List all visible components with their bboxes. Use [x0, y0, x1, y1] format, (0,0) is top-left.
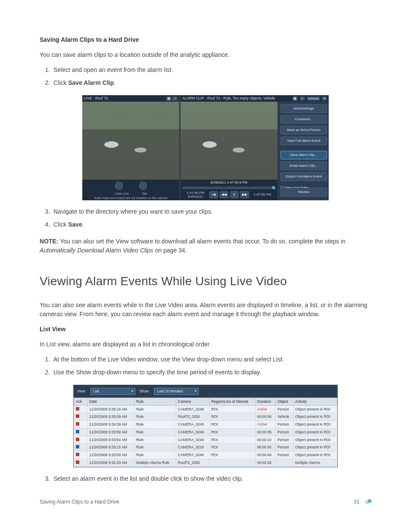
date-cell: 11/20/2008 9:34:39 AM	[87, 421, 134, 429]
listen-icon[interactable]	[115, 181, 123, 190]
heading-viewing-alarm-events: Viewing Alarm Events While Using Live Vi…	[40, 272, 371, 290]
activity-cell: Multiple Alarms	[293, 459, 337, 467]
roi-cell: ROI	[209, 451, 255, 459]
col-camera[interactable]: Camera	[176, 398, 210, 405]
view-full-event-button[interactable]: View Full Alarm Event	[280, 137, 327, 145]
step-2-3: Select an alarm event in the list and do…	[52, 474, 371, 483]
heading-saving-clips: Saving Alarm Clips to a Hard Drive	[40, 35, 371, 44]
duration-cell: Active	[255, 421, 275, 429]
live-pane-header: LIVE - Roof 72 ▦⤢	[82, 95, 179, 102]
save-alarm-clip-button[interactable]: Save Alarm Clip...	[280, 151, 327, 159]
audio-disabled-note: Audio Input and Output are not enabled o…	[82, 196, 179, 201]
activity-cell: Object present in ROI	[293, 421, 337, 429]
col-duration[interactable]: Duration	[255, 398, 275, 405]
listen-label: Listen Live	[115, 192, 129, 195]
intro-paragraph-3: In List view, alarms are displayed as a …	[40, 340, 371, 349]
table-row[interactable]: 11/20/2008 9:34:39 AMRuleCAMERA_0248ROIA…	[74, 421, 337, 429]
view-dropdown[interactable]: List	[90, 388, 135, 395]
live-pane-title: LIVE - Roof 72	[84, 96, 108, 101]
rule-cell: Rule	[134, 444, 176, 451]
table-row[interactable]: 11/20/2008 9:32:43 AMMultiple Alarms Rul…	[74, 459, 337, 467]
step-2-1: At the bottom of the Live Video window, …	[52, 355, 371, 364]
col-ack[interactable]: Ack	[74, 398, 87, 405]
date-cell: 11/20/2008 9:33:00 AM	[87, 451, 134, 459]
intro-paragraph-1: You can save alarm clips to a location o…	[40, 50, 371, 59]
activity-cell: Object present in ROI	[293, 405, 337, 413]
activity-cell: Object present in ROI	[293, 436, 337, 444]
ack-indicator-icon	[76, 445, 79, 448]
col-roi[interactable]: Region/Line of Interest	[209, 398, 255, 405]
clip-pane-window-buttons: ▦ ⤢ Unlock ✕	[292, 96, 327, 101]
activity-cell: Object present in ROI	[293, 413, 337, 421]
fast-forward-button[interactable]: ▶▶	[240, 191, 249, 198]
date-cell: 11/20/2008 9:35:19 AM	[87, 405, 134, 413]
intro-paragraph-2: You can also see alarm events while in t…	[40, 301, 371, 319]
camera-cell: CAMERA_0248	[176, 451, 210, 459]
col-date[interactable]: Date	[87, 398, 134, 405]
duration-cell: Active	[255, 405, 275, 413]
pause-button[interactable]: II	[230, 191, 239, 198]
clip-timestamp: 8/25/2011 1:47:50.9 PM	[181, 180, 277, 186]
alarm-clip-pane[interactable]	[181, 102, 277, 180]
step-text: Click	[53, 221, 68, 228]
table-row[interactable]: 11/20/2008 9:33:54 AMRuleCAMERA_0248ROI0…	[74, 436, 337, 444]
review-button[interactable]: Review	[280, 188, 327, 196]
live-video-pane[interactable]	[82, 102, 179, 180]
table-row[interactable]: 11/20/2008 9:33:15 AMRuleCAMERA_0218ROI0…	[74, 444, 337, 451]
step-bold: Save	[68, 221, 82, 228]
camera-cell: CAMERA_0248	[176, 421, 210, 429]
alarm-actions-sidebar: Acknowledge Comment... Mark as Not a Per…	[279, 102, 329, 200]
col-object[interactable]: Object	[276, 398, 293, 405]
email-alarm-clip-button[interactable]: Email Alarm Clip...	[280, 162, 327, 170]
step-2-2: Use the Show drop-down menu to specify t…	[52, 368, 371, 377]
ack-indicator-icon	[76, 422, 79, 426]
table-row[interactable]: 11/20/2008 9:35:09 AMRuleRoof72_0250ROI0…	[74, 413, 337, 421]
steps-list-1b: Navigate to the directory where you want…	[52, 207, 371, 229]
unlock-button[interactable]: Unlock	[307, 96, 320, 101]
activity-cell: Object present in ROI	[293, 444, 337, 451]
table-row[interactable]: 11/20/2008 9:35:19 AMRuleCAMERA_0248ROIA…	[74, 405, 337, 413]
object-cell: Person	[276, 436, 293, 444]
acknowledge-button[interactable]: Acknowledge	[280, 104, 327, 113]
view-label: View:	[77, 389, 86, 394]
camera-cell: CAMERA_0248	[176, 405, 210, 413]
comment-button[interactable]: Comment...	[280, 115, 327, 124]
ack-cell	[74, 405, 87, 413]
duration-cell: 00:00:46	[255, 451, 275, 459]
page-number: 31	[354, 499, 359, 505]
object-cell	[276, 459, 293, 467]
show-dropdown[interactable]: Last 10 minutes	[154, 388, 199, 395]
expand-icon[interactable]: ⤢	[172, 96, 177, 101]
col-activity[interactable]: Activity	[293, 398, 337, 405]
roi-cell: ROI	[209, 436, 255, 444]
export-full-event-button[interactable]: Export Full Alarm Event	[280, 172, 327, 181]
date-cell: 11/20/2008 9:35:09 AM	[87, 413, 134, 421]
steps-list-2: At the bottom of the Live Video window, …	[52, 355, 371, 377]
rule-cell: Rule	[134, 428, 176, 436]
step-1-3: Navigate to the directory where you want…	[52, 207, 371, 216]
step-bold: Save Alarm Clip	[68, 79, 114, 86]
col-rule[interactable]: Rule	[134, 398, 176, 405]
expand-icon[interactable]: ⤢	[300, 96, 305, 101]
duration-cell: 00:00:05	[255, 444, 275, 451]
mark-not-person-button[interactable]: Mark as Not a Person	[280, 126, 327, 134]
table-row[interactable]: 11/20/2008 9:33:59 AMRuleCAMERA_0248ROI0…	[74, 428, 337, 436]
activity-cell: Object present in ROI	[293, 428, 337, 436]
rewind-button[interactable]: ◀◀	[220, 191, 228, 198]
snapshot-icon[interactable]: ▦	[166, 96, 171, 101]
steps-list-1: Select and open an event from the alarm …	[52, 65, 371, 87]
first-frame-button[interactable]: I◀	[209, 191, 218, 198]
ack-indicator-icon	[76, 414, 79, 418]
roi-cell: ROI	[209, 444, 255, 451]
ack-indicator-icon	[76, 430, 79, 433]
camera-cell: Roof72_0250	[176, 459, 210, 467]
step-text: .	[114, 79, 115, 86]
date-cell: 11/20/2008 9:33:59 AM	[87, 428, 134, 436]
talk-icon[interactable]	[139, 181, 147, 190]
snapshot-icon[interactable]: ▦	[293, 96, 298, 101]
ack-cell	[74, 428, 87, 436]
table-row[interactable]: 11/20/2008 9:33:00 AMRuleCAMERA_0248ROI0…	[74, 451, 337, 459]
note-text: on page 34.	[153, 247, 187, 254]
close-icon[interactable]: ✕	[322, 96, 327, 101]
playback-controls: 1:47:40 PM 8/25/2011 I◀ ◀◀ II ▶▶ 1:47:50…	[181, 189, 277, 200]
